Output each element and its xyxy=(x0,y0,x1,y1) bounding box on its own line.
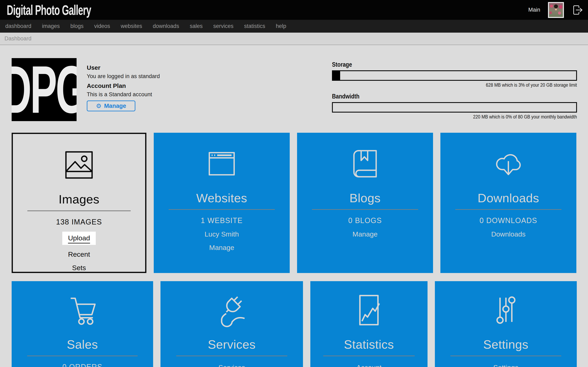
tile-statistics[interactable]: Statistics Account xyxy=(310,281,428,367)
dashboard-content: DPG User You are logged in as standard A… xyxy=(0,45,588,367)
tile-divider xyxy=(312,209,418,210)
tile-row-2: Sales 0 ORDERS Services Service xyxy=(12,281,577,367)
nav-item-help[interactable]: help xyxy=(276,23,286,29)
tile-title: Websites xyxy=(154,191,290,205)
nav-item-services[interactable]: services xyxy=(213,23,233,29)
sets-link[interactable]: Sets xyxy=(72,264,86,272)
tile-count: 138 IMAGES xyxy=(13,218,145,226)
tile-title: Statistics xyxy=(310,337,428,351)
upload-link[interactable]: Upload xyxy=(62,232,96,245)
tile-downloads[interactable]: Downloads 0 DOWNLOADS Downloads xyxy=(440,133,576,273)
tile-divider xyxy=(27,356,138,356)
tile-divider xyxy=(169,209,275,210)
tile-divider xyxy=(176,356,287,356)
tile-sales[interactable]: Sales 0 ORDERS xyxy=(12,281,153,367)
tile-links: Lucy Smith Manage xyxy=(154,230,290,252)
plug-icon xyxy=(160,293,303,327)
website-owner-link[interactable]: Lucy Smith xyxy=(205,230,239,238)
storage-label: Storage xyxy=(332,61,352,68)
storage-caption: 628 MB which is 3% of your 20 GB storage… xyxy=(332,82,577,88)
user-text: You are logged in as standard xyxy=(87,73,160,80)
dpg-logo: DPG xyxy=(12,58,77,121)
tile-settings[interactable]: Settings Settings xyxy=(435,281,577,367)
nav-item-dashboard[interactable]: dashboard xyxy=(5,23,31,29)
tile-divider xyxy=(455,209,561,210)
services-link[interactable]: Services xyxy=(218,364,245,367)
downloads-link[interactable]: Downloads xyxy=(491,230,526,238)
account-summary: DPG User You are logged in as standard A… xyxy=(12,58,160,121)
tile-links: Services xyxy=(160,364,303,367)
account-usage-row: DPG User You are logged in as standard A… xyxy=(12,58,577,125)
cloud-download-icon xyxy=(440,147,576,181)
cart-icon xyxy=(12,293,153,327)
tile-title: Sales xyxy=(12,337,153,351)
dpg-logo-text: DPG xyxy=(12,62,77,117)
main-nav: dashboard images blogs videos websites d… xyxy=(0,20,588,33)
bandwidth-progress-bar xyxy=(332,102,577,113)
tile-divider xyxy=(27,210,130,211)
tile-links: Account xyxy=(310,364,428,367)
bandwidth-label: Bandwidth xyxy=(332,93,360,100)
manage-blogs-link[interactable]: Manage xyxy=(353,230,378,238)
tile-count: 1 WEBSITE xyxy=(154,216,290,225)
tile-count: 0 BLOGS xyxy=(297,216,433,225)
bandwidth-caption: 220 MB which is 0% of 80 GB your monthly… xyxy=(332,114,577,120)
tile-links: Settings xyxy=(435,364,577,367)
user-heading: User xyxy=(87,64,160,71)
account-stats-link[interactable]: Account xyxy=(356,364,381,367)
nav-item-images[interactable]: images xyxy=(42,23,60,29)
usage-panel: Storage 628 MB which is 3% of your 20 GB… xyxy=(332,58,577,125)
storage-progress-fill xyxy=(333,71,340,80)
book-icon xyxy=(297,147,433,181)
nav-item-blogs[interactable]: blogs xyxy=(70,23,84,29)
tile-title: Blogs xyxy=(297,191,433,205)
tile-title: Settings xyxy=(435,337,577,351)
top-header: Digital Photo Gallery Main xyxy=(0,0,588,20)
avatar[interactable] xyxy=(548,2,564,18)
logout-icon xyxy=(572,4,584,16)
tile-services[interactable]: Services Services xyxy=(160,281,303,367)
sliders-icon xyxy=(435,293,577,327)
manage-websites-link[interactable]: Manage xyxy=(209,244,234,252)
tile-links: Upload Recent Sets xyxy=(13,232,145,272)
tile-blogs[interactable]: Blogs 0 BLOGS Manage xyxy=(297,133,433,273)
main-menu-link[interactable]: Main xyxy=(528,7,540,13)
breadcrumb: Dashboard xyxy=(4,35,31,42)
breadcrumb-bar: Dashboard xyxy=(0,33,588,45)
settings-link[interactable]: Settings xyxy=(493,364,518,367)
tile-divider xyxy=(323,356,415,356)
nav-item-statistics[interactable]: statistics xyxy=(244,23,265,29)
plan-text: This is a Standard account xyxy=(87,91,160,98)
tile-count: 0 DOWNLOADS xyxy=(440,216,576,225)
nav-item-sales[interactable]: sales xyxy=(190,23,203,29)
recent-link[interactable]: Recent xyxy=(68,250,90,258)
tile-links: Manage xyxy=(297,230,433,238)
tile-title: Images xyxy=(13,192,145,206)
storage-progress-bar xyxy=(332,70,577,81)
account-info: User You are logged in as standard Accou… xyxy=(87,58,160,121)
gear-icon: ⚙ xyxy=(96,103,102,109)
tile-title: Downloads xyxy=(440,191,576,205)
chart-icon xyxy=(310,293,428,327)
image-icon xyxy=(13,148,145,182)
manage-button-label: Manage xyxy=(104,103,126,109)
tile-count: 0 ORDERS xyxy=(12,363,153,367)
nav-item-videos[interactable]: videos xyxy=(94,23,110,29)
header-actions: Main xyxy=(528,2,584,18)
plan-heading: Account Plan xyxy=(87,82,160,89)
tile-images[interactable]: Images 138 IMAGES Upload Recent Sets xyxy=(12,133,146,273)
tile-links: Downloads xyxy=(440,230,576,238)
nav-item-websites[interactable]: websites xyxy=(121,23,142,29)
tile-divider xyxy=(450,356,561,356)
logout-button[interactable] xyxy=(572,4,584,16)
tile-websites[interactable]: Websites 1 WEBSITE Lucy Smith Manage xyxy=(154,133,290,273)
browser-icon xyxy=(154,147,290,181)
nav-item-downloads[interactable]: downloads xyxy=(153,23,179,29)
tile-row-1: Images 138 IMAGES Upload Recent Sets Web… xyxy=(12,133,577,273)
tile-title: Services xyxy=(160,337,303,351)
app-title: Digital Photo Gallery xyxy=(7,2,91,18)
manage-account-button[interactable]: ⚙ Manage xyxy=(87,100,135,111)
